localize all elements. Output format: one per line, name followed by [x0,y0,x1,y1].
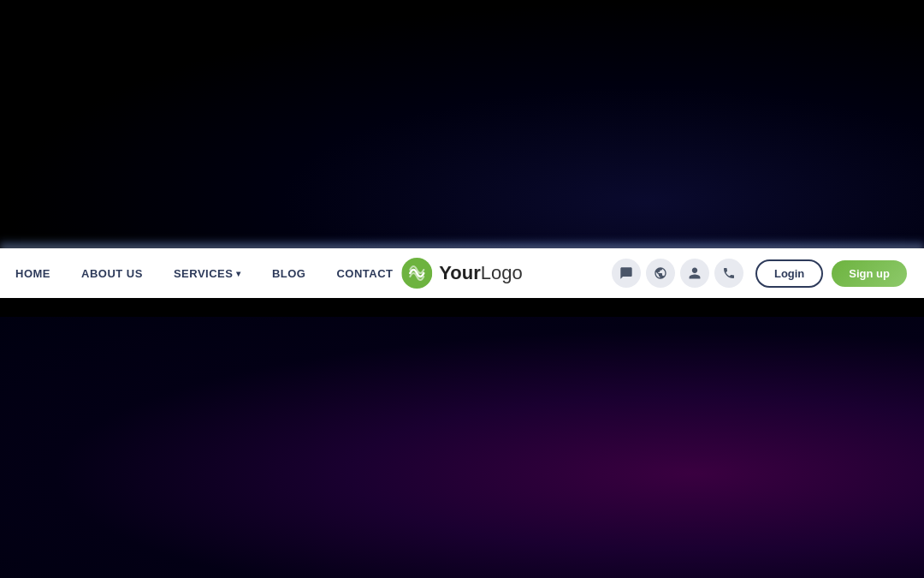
navbar: HOME ABOUT US SERVICES ▾ BLOG CONTACT Yo… [0,248,924,298]
background-top [0,0,924,253]
signup-button[interactable]: Sign up [832,260,907,287]
chevron-down-icon: ▾ [236,269,241,278]
logo[interactable]: YourLogo [401,258,522,289]
nav-item-home[interactable]: HOME [0,248,66,298]
user-icon-button[interactable] [680,259,709,288]
globe-icon [654,266,667,280]
globe-icon-button[interactable] [646,259,675,288]
phone-icon [722,266,736,280]
nav-item-blog[interactable]: BLOG [257,248,322,298]
logo-icon [401,258,432,289]
nav-item-services[interactable]: SERVICES ▾ [158,248,257,298]
phone-icon-button[interactable] [714,259,743,288]
nav-left: HOME ABOUT US SERVICES ▾ BLOG CONTACT [0,248,409,298]
nav-item-contact[interactable]: CONTACT [321,248,408,298]
chat-icon-button[interactable] [612,259,641,288]
chat-icon [619,266,633,280]
logo-text: YourLogo [439,262,522,284]
nav-item-about[interactable]: ABOUT US [66,248,158,298]
user-icon [688,266,702,280]
background-bottom [0,317,924,578]
nav-right: Login Sign up [612,259,907,288]
login-button[interactable]: Login [755,259,823,288]
